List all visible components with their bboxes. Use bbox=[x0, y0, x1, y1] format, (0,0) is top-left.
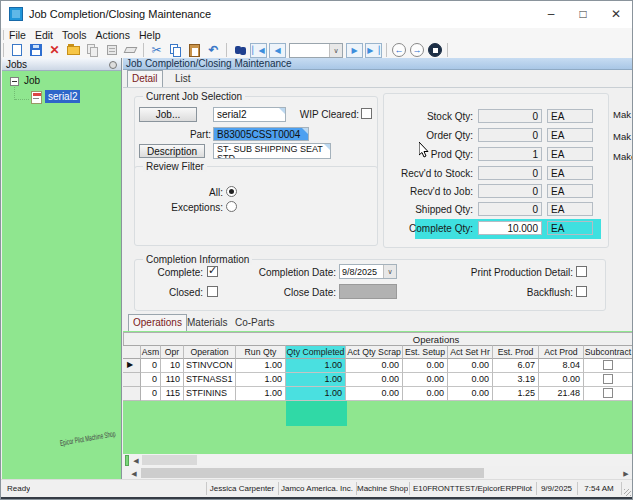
watermark: Epicor Pilot Machine Shop bbox=[59, 429, 116, 448]
subcontract-checkbox[interactable] bbox=[603, 374, 613, 384]
current-menu-icon[interactable] bbox=[428, 43, 442, 57]
first-record-icon[interactable]: ▏◀ bbox=[250, 43, 267, 58]
all-radio[interactable] bbox=[226, 186, 237, 197]
description-button[interactable]: Description bbox=[139, 144, 205, 158]
undo-icon[interactable]: ↶ bbox=[206, 43, 221, 58]
col-opr[interactable]: Opr bbox=[161, 345, 184, 359]
subcontract-checkbox[interactable] bbox=[603, 388, 613, 398]
prod-qty-uom[interactable]: EA bbox=[547, 147, 593, 161]
col-est-prod[interactable]: Est. Prod bbox=[493, 345, 539, 359]
col-act-set-hr[interactable]: Act Set Hr bbox=[448, 345, 493, 359]
col-subcontract[interactable]: Subcontract bbox=[584, 345, 633, 359]
maximize-button[interactable]: □ bbox=[569, 5, 597, 23]
copy-icon[interactable] bbox=[168, 43, 183, 58]
next-record-icon[interactable]: ▶ bbox=[346, 43, 363, 58]
row-selector[interactable] bbox=[123, 387, 141, 401]
order-qty-label: Order Qty: bbox=[387, 130, 473, 141]
complete-qty-uom[interactable]: EA bbox=[547, 221, 593, 235]
tree-expander-icon[interactable] bbox=[10, 77, 19, 86]
cut-icon[interactable]: ✂ bbox=[149, 43, 164, 58]
col-act-qty-scrap[interactable]: Act Qty Scrap bbox=[346, 345, 403, 359]
part-label: Part: bbox=[163, 129, 211, 140]
forward-icon[interactable]: → bbox=[410, 43, 424, 57]
tab-materials[interactable]: Materials bbox=[183, 315, 232, 331]
completion-date-label: Completion Date: bbox=[243, 267, 336, 278]
last-record-icon[interactable]: ▶▕ bbox=[365, 43, 382, 58]
backflush-checkbox[interactable] bbox=[576, 286, 587, 297]
shipped-qty-uom[interactable]: EA bbox=[547, 202, 593, 216]
prod-qty-field[interactable]: 1 bbox=[478, 147, 542, 161]
recvd-stock-uom[interactable]: EA bbox=[547, 166, 593, 180]
menu-actions[interactable]: Actions bbox=[96, 29, 136, 41]
app-window: Job Completion/Closing Maintenance – □ ✕… bbox=[0, 0, 633, 500]
outer-scrollbar[interactable]: ◀ ▶ bbox=[123, 467, 633, 479]
tree-item-job[interactable]: Job bbox=[24, 75, 40, 86]
tab-operations[interactable]: Operations bbox=[128, 314, 187, 331]
tree-item-serial2[interactable]: serial2 bbox=[45, 90, 80, 103]
col-act-prod[interactable]: Act Prod bbox=[539, 345, 584, 359]
tab-detail[interactable]: Detail bbox=[127, 70, 163, 87]
complete-label: Complete: bbox=[139, 267, 203, 278]
menu-help[interactable]: Help bbox=[139, 29, 167, 41]
part-field[interactable]: B83005CSST0004 bbox=[213, 127, 309, 141]
job-button[interactable]: Job... bbox=[139, 107, 197, 122]
save-icon[interactable] bbox=[28, 43, 43, 58]
shipped-qty-field[interactable]: 0 bbox=[478, 202, 542, 216]
closed-label: Closed: bbox=[139, 287, 203, 298]
recvd-job-label: Recv'd to Job: bbox=[387, 186, 473, 197]
group-legend: Review Filter bbox=[143, 161, 207, 172]
record-selector[interactable]: ∨ bbox=[289, 43, 343, 58]
menu-edit[interactable]: Edit bbox=[35, 29, 59, 41]
complete-qty-field[interactable]: 10.000 bbox=[478, 221, 542, 235]
pin-icon[interactable] bbox=[109, 61, 117, 69]
order-qty-field[interactable]: 0 bbox=[478, 128, 542, 142]
tab-list[interactable]: List bbox=[171, 71, 195, 87]
copy-disabled-icon bbox=[85, 43, 100, 58]
search-icon[interactable] bbox=[232, 43, 247, 58]
clear-icon[interactable] bbox=[123, 43, 138, 58]
subcontract-checkbox[interactable] bbox=[603, 360, 613, 370]
jobs-panel-header: Jobs bbox=[2, 58, 121, 71]
previous-record-icon[interactable]: ◀ bbox=[269, 43, 286, 58]
close-button[interactable]: ✕ bbox=[602, 5, 630, 23]
col-run-qty[interactable]: Run Qty bbox=[236, 345, 286, 359]
resize-grip[interactable] bbox=[624, 489, 631, 496]
splitter-grip[interactable] bbox=[125, 455, 129, 466]
closed-checkbox[interactable] bbox=[207, 286, 218, 297]
col-operation[interactable]: Operation bbox=[184, 345, 236, 359]
recvd-stock-field[interactable]: 0 bbox=[478, 166, 542, 180]
row-selector[interactable] bbox=[123, 373, 141, 387]
main-panel: Job Completion/Closing Maintenance Detai… bbox=[123, 58, 633, 479]
close-date-label: Close Date: bbox=[243, 287, 336, 298]
col-asm[interactable]: Asm bbox=[141, 345, 161, 359]
stock-qty-field[interactable]: 0 bbox=[478, 109, 542, 123]
delete-icon[interactable]: ✕ bbox=[47, 43, 62, 58]
open-folder-icon[interactable] bbox=[66, 43, 81, 58]
print-production-detail-checkbox[interactable] bbox=[576, 266, 587, 277]
stock-qty-uom[interactable]: EA bbox=[547, 109, 593, 123]
row-selector[interactable]: ▶ bbox=[123, 359, 141, 373]
toolbar: ✕ ✂ ↶ ▏◀ ◀ ∨ ▶ ▶▕ ← → bbox=[1, 42, 632, 58]
order-qty-uom[interactable]: EA bbox=[547, 128, 593, 142]
window-title: Job Completion/Closing Maintenance bbox=[29, 8, 211, 20]
recvd-job-uom[interactable]: EA bbox=[547, 184, 593, 198]
recvd-job-field[interactable]: 0 bbox=[478, 184, 542, 198]
menu-tools[interactable]: Tools bbox=[62, 29, 93, 41]
inner-scrollbar[interactable]: ◀ bbox=[123, 454, 633, 466]
tab-coparts[interactable]: Co-Parts bbox=[231, 315, 278, 331]
status-bar: Ready Jessica Carpenter Jamco America. I… bbox=[1, 479, 632, 497]
col-est-setup[interactable]: Est. Setup bbox=[403, 345, 448, 359]
exceptions-radio[interactable] bbox=[226, 201, 237, 212]
new-icon[interactable] bbox=[9, 43, 24, 58]
paste-icon[interactable] bbox=[187, 43, 202, 58]
title-bar: Job Completion/Closing Maintenance – □ ✕ bbox=[1, 1, 632, 28]
back-icon[interactable]: ← bbox=[392, 43, 406, 57]
menu-file[interactable]: File bbox=[9, 29, 32, 41]
menu-bar: File Edit Tools Actions Help bbox=[1, 28, 632, 42]
description-field[interactable]: ST- SUB SHIPPING SEAT STD bbox=[213, 143, 331, 159]
minimize-button[interactable]: – bbox=[537, 5, 565, 23]
chevron-down-icon[interactable]: ∨ bbox=[329, 44, 342, 57]
col-qty-completed[interactable]: Qty Completed bbox=[286, 345, 346, 359]
wip-cleared-checkbox[interactable] bbox=[361, 108, 372, 119]
complete-checkbox[interactable] bbox=[207, 266, 218, 277]
